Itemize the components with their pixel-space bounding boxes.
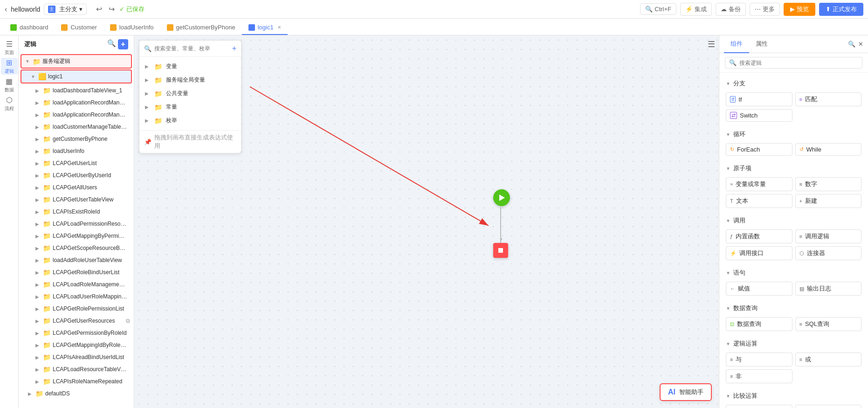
sidebar-item-LCAPIsExistRoleId[interactable]: ▶ 📁 LCAPIsExistRoleId	[19, 206, 134, 218]
rp-item-not[interactable]: ≡ 非	[726, 369, 792, 383]
tab-dashboard[interactable]: dashboard	[4, 21, 55, 35]
rp-section-compare-header[interactable]: ▼ 比较运算	[719, 389, 868, 403]
preview-button[interactable]: ▶ 预览	[784, 3, 815, 16]
sidebar-item-LCAPLoadRoleManagementTab[interactable]: ▶ 📁 LCAPLoadRoleManagementTab	[19, 278, 134, 290]
rp-item-var-const[interactable]: ≈ 变量或常量	[726, 177, 792, 191]
sidebar-item-LCAPLoadUserRoleMappingTab[interactable]: ▶ 📁 LCAPLoadUserRoleMappingTab	[19, 290, 134, 303]
rp-section-loop-header[interactable]: ▼ 循环	[719, 127, 868, 141]
sidebar-item-LCAPGetUserResources[interactable]: ▶ 📁 LCAPGetUserResources ⧉	[19, 315, 134, 327]
sidebar-item-LCAPGetMappingByPermission[interactable]: ▶ 📁 LCAPGetMappingByPermission	[19, 230, 134, 242]
rp-item-assign[interactable]: ← 赋值	[726, 282, 792, 296]
rp-item-and[interactable]: ≡ 与	[726, 353, 792, 367]
rp-item-switch[interactable]: ⇄ Switch	[726, 109, 792, 122]
rp-item-number[interactable]: ≡ 数字	[795, 177, 862, 191]
sidebar-item-LCAPGetRoleBindUserList[interactable]: ▶ 📁 LCAPGetRoleBindUserList	[19, 266, 134, 278]
more-button[interactable]: ⋯ 更多	[750, 3, 780, 16]
tab-getCustomerByPhone[interactable]: getCustomerByPhone	[160, 21, 242, 35]
tab-customer[interactable]: Customer	[55, 21, 103, 35]
rp-tab-attribute[interactable]: 属性	[749, 35, 774, 53]
sidebar-item-loadUserInfo[interactable]: ▶ 📁 loadUserInfo	[19, 145, 134, 157]
nav-page[interactable]: ☰ 页面	[1, 39, 18, 56]
var-item-public[interactable]: ▶ 📁 公共变量	[139, 87, 241, 100]
sidebar-item-LCAPGetScopeResourceByRoleI[interactable]: ▶ 📁 LCAPGetScopeResourceByRoleI	[19, 242, 134, 254]
rp-section-primitive-header[interactable]: ▼ 原子项	[719, 161, 868, 175]
sidebar-search-icon[interactable]: 🔍	[107, 39, 116, 49]
sidebar-item-loadApplicationRecordManage1[interactable]: ▶ 📁 loadApplicationRecordManage	[19, 97, 134, 109]
nav-logic[interactable]: ⊞ 逻辑	[1, 58, 18, 75]
undo-button[interactable]: ↩	[94, 4, 104, 14]
sidebar-item-server-logic[interactable]: ▼ 📁 服务端逻辑	[21, 54, 132, 69]
rp-section-data-query: ▼ 数据查询 ⊡ 数据查询 ≡ SQL查询	[719, 301, 868, 335]
sidebar-item-loadDashboardTableView_1[interactable]: ▶ 📁 loadDashboardTableView_1	[19, 84, 134, 97]
publish-button[interactable]: ⬆ 正式发布	[819, 3, 863, 16]
var-item-enum[interactable]: ▶ 📁 枚举	[139, 114, 241, 127]
rp-item-text[interactable]: T 文本	[726, 194, 792, 208]
sidebar-item-LCAPGetUserList[interactable]: ▶ 📁 LCAPGetUserList	[19, 157, 134, 169]
flow-start-node[interactable]	[493, 189, 510, 206]
sidebar-item-LCAPIsAlreadBindUserIdList[interactable]: ▶ 📁 LCAPIsAlreadBindUserIdList	[19, 351, 134, 363]
rp-search-icon[interactable]: 🔍	[848, 41, 855, 48]
var-item-variable[interactable]: ▶ 📁 变量	[139, 60, 241, 73]
rp-item-if[interactable]: If If	[726, 92, 792, 106]
variable-search-input[interactable]	[154, 45, 229, 52]
sidebar-item-LCAPLoadPermissionResourceL[interactable]: ▶ 📁 LCAPLoadPermissionResourceL	[19, 218, 134, 230]
ai-assistant-button[interactable]: AI 组件 智能助手	[660, 383, 712, 401]
back-button[interactable]: ‹	[5, 5, 7, 14]
rp-item-new[interactable]: + 新建	[795, 194, 862, 208]
tab-loadUserInfo[interactable]: loadUserInfo	[103, 21, 160, 35]
rp-item-foreach[interactable]: ↻ ForEach	[726, 143, 792, 156]
rp-item-data-query[interactable]: ⊡ 数据查询	[726, 317, 792, 331]
tab-close-logic1[interactable]: ✕	[277, 25, 281, 30]
sidebar-item-LCAPGetAllUsers[interactable]: ▶ 📁 LCAPGetAllUsers	[19, 181, 134, 194]
rp-item-not-equal[interactable]: ≢ 不等于	[795, 405, 862, 408]
nav-flow[interactable]: ⬡ 流程	[1, 95, 18, 112]
nav-data[interactable]: ▦ 数据	[1, 76, 18, 93]
copy-icon[interactable]: ⧉	[126, 318, 130, 324]
rp-search-input[interactable]	[739, 60, 858, 66]
call-logic-icon: ≡	[799, 234, 802, 239]
rp-item-log[interactable]: ▤ 输出日志	[795, 282, 862, 296]
sidebar-add-button[interactable]: +	[118, 39, 128, 49]
rp-item-while[interactable]: ↺ While	[795, 143, 862, 156]
rp-item-call-api[interactable]: ⚡ 调用接口	[726, 246, 792, 260]
search-button[interactable]: 🔍 Ctrl+F	[640, 3, 676, 15]
sidebar-item-loadApplicationRecordManage2[interactable]: ▶ 📁 loadApplicationRecordManage	[19, 109, 134, 121]
rp-item-sql-query[interactable]: ≡ SQL查询	[795, 317, 862, 331]
flow-end-node[interactable]	[493, 243, 508, 258]
rp-section-sentence-header[interactable]: ▼ 语句	[719, 266, 868, 280]
rp-section-call-header[interactable]: ▼ 调用	[719, 214, 868, 228]
sidebar-item-LCAPGetUserByUserId[interactable]: ▶ 📁 LCAPGetUserByUserId	[19, 169, 134, 181]
sidebar-item-loadAddRoleUserTableView[interactable]: ▶ 📁 loadAddRoleUserTableView	[19, 254, 134, 266]
rp-section-branch-header[interactable]: ▼ 分支	[719, 76, 868, 90]
sidebar-item-LCAPIsRoleNameRepeated[interactable]: ▶ 📁 LCAPIsRoleNameRepeated	[19, 375, 134, 387]
var-item-constant[interactable]: ▶ 📁 常量	[139, 100, 241, 114]
var-item-server-global[interactable]: ▶ 📁 服务端全局变量	[139, 73, 241, 87]
rp-close-icon[interactable]: ✕	[858, 41, 863, 48]
sidebar-item-loadCustomerManageTableView[interactable]: ▶ 📁 loadCustomerManageTableView	[19, 121, 134, 133]
rp-item-builtin-func[interactable]: ƒ 内置函数	[726, 229, 792, 243]
sidebar-item-LCAPLoadResourceTableView[interactable]: ▶ 📁 LCAPLoadResourceTableView	[19, 363, 134, 375]
sidebar-item-defaultDS[interactable]: ▶ 📁 defaultDS	[19, 387, 134, 400]
rp-section-data-query-header[interactable]: ▼ 数据查询	[719, 301, 868, 315]
rp-item-call-logic[interactable]: ≡ 调用逻辑	[795, 229, 862, 243]
rp-tab-component[interactable]: 组件	[724, 35, 749, 53]
rp-section-logic-calc-header[interactable]: ▼ 逻辑运算	[719, 337, 868, 351]
sidebar-item-LCAPGetRolePermissionList[interactable]: ▶ 📁 LCAPGetRolePermissionList	[19, 303, 134, 315]
backup-button[interactable]: ☁ 备份	[716, 3, 746, 16]
canvas-area[interactable]: 🔍 + ▶ 📁 变量 ▶ 📁 服务端全局变量 ▶ 📁 公共变	[134, 35, 719, 408]
rp-item-or[interactable]: ≡ 或	[795, 353, 862, 367]
sidebar-item-LCAPGetUserTableView[interactable]: ▶ 📁 LCAPGetUserTableView	[19, 194, 134, 206]
panel-toggle-icon[interactable]: ☰	[708, 39, 715, 49]
sidebar-item-LCAPGetPermissionByRoleId[interactable]: ▶ 📁 LCAPGetPermissionByRoleId	[19, 327, 134, 339]
branch-selector[interactable]: 主 主分支 ▾	[44, 4, 87, 15]
tab-logic1[interactable]: logic1 ✕	[242, 21, 288, 35]
sidebar-item-getCustomerByPhone[interactable]: ▶ 📁 getCustomerByPhone	[19, 133, 134, 145]
rp-item-match[interactable]: ≡ 匹配	[795, 92, 862, 106]
rp-item-equal[interactable]: ≡ 等于	[726, 405, 792, 408]
variable-add-icon[interactable]: +	[232, 44, 236, 53]
redo-button[interactable]: ↪	[107, 4, 117, 14]
rp-item-connector[interactable]: ⬡ 连接器	[795, 246, 862, 260]
sidebar-item-LCAPGetMappingIdByRoleIdAn[interactable]: ▶ 📁 LCAPGetMappingIdByRoleIdAn	[19, 339, 134, 351]
integrate-button[interactable]: ⚡ 集成	[680, 3, 712, 16]
sidebar-item-logic1[interactable]: ▼ 🟨 logic1	[21, 69, 132, 83]
